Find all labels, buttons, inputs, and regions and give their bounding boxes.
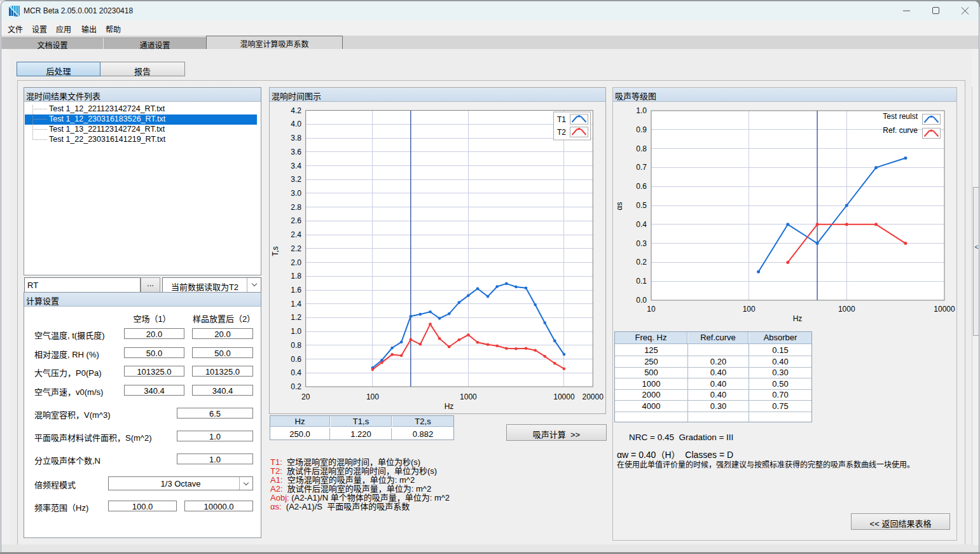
svg-text:100: 100 <box>743 305 756 314</box>
svg-text:2.0: 2.0 <box>291 258 301 267</box>
svg-text:10: 10 <box>647 305 656 314</box>
svg-text:0.6: 0.6 <box>636 182 647 191</box>
svg-text:1.0: 1.0 <box>291 327 301 336</box>
svg-text:100: 100 <box>366 392 379 401</box>
svg-text:2.8: 2.8 <box>291 203 301 212</box>
svg-text:Test reulst: Test reulst <box>883 112 918 121</box>
svg-text:0.0: 0.0 <box>636 296 647 305</box>
svg-text:0.8: 0.8 <box>636 144 647 153</box>
svg-text:1.4: 1.4 <box>291 300 301 308</box>
svg-text:0.2: 0.2 <box>636 258 647 267</box>
svg-text:0.4: 0.4 <box>636 220 647 229</box>
svg-text:0.2: 0.2 <box>291 382 301 391</box>
svg-text:3.4: 3.4 <box>291 162 301 170</box>
svg-text:Hz: Hz <box>445 402 454 411</box>
svg-text:2.2: 2.2 <box>291 244 301 253</box>
svg-text:3.6: 3.6 <box>291 148 301 156</box>
svg-text:1.6: 1.6 <box>291 286 301 294</box>
svg-text:10000: 10000 <box>553 392 575 401</box>
svg-text:T1: T1 <box>557 115 566 124</box>
svg-text:Ref. curve: Ref. curve <box>883 126 918 135</box>
svg-text:0.4: 0.4 <box>291 368 301 377</box>
svg-text:2.4: 2.4 <box>291 230 301 239</box>
svg-text:0.5: 0.5 <box>636 201 647 210</box>
svg-text:1000: 1000 <box>460 392 477 401</box>
svg-text:0.7: 0.7 <box>636 163 647 172</box>
svg-text:1.2: 1.2 <box>291 313 301 322</box>
svg-text:20000: 20000 <box>583 392 604 401</box>
svg-text:0.9: 0.9 <box>636 125 647 134</box>
svg-text:1.8: 1.8 <box>291 272 301 280</box>
svg-text:Hz: Hz <box>793 314 803 323</box>
svg-text:1.0: 1.0 <box>636 106 647 115</box>
svg-text:10000: 10000 <box>934 305 955 314</box>
svg-text:0.8: 0.8 <box>291 341 301 350</box>
svg-text:3.8: 3.8 <box>291 134 301 142</box>
svg-text:1000: 1000 <box>838 305 855 314</box>
svg-text:20: 20 <box>301 392 310 401</box>
svg-text:4.0: 4.0 <box>291 120 301 128</box>
svg-text:0.1: 0.1 <box>636 277 647 286</box>
svg-text:0.6: 0.6 <box>291 355 301 364</box>
svg-text:0.3: 0.3 <box>636 239 647 248</box>
svg-text:2.6: 2.6 <box>291 216 301 225</box>
svg-text:3.0: 3.0 <box>291 189 301 198</box>
svg-text:3.2: 3.2 <box>291 175 301 184</box>
svg-text:T2: T2 <box>557 128 566 137</box>
svg-text:4.2: 4.2 <box>291 106 301 115</box>
svg-text:T,s: T,s <box>271 246 280 256</box>
svg-text:αs: αs <box>615 202 624 211</box>
